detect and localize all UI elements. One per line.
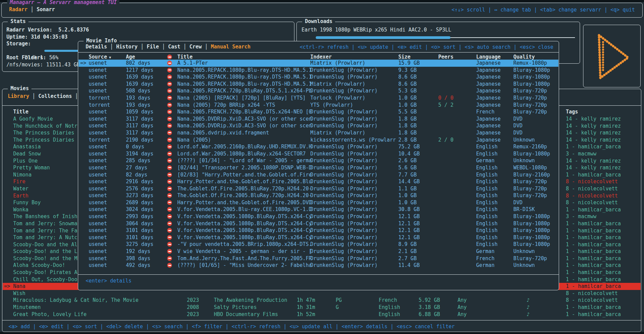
release-quality-cell: Bluray-720p (513, 108, 547, 116)
release-row[interactable]: usenet 398 days Tom.And.Jerry.The.Fast.A… (79, 255, 558, 262)
movie-title-cell: Water (13, 185, 28, 192)
release-source-cell: usenet (89, 241, 107, 248)
release-age-cell: 1639 days (126, 74, 153, 81)
movie-runtime-cell: 1h 52m (297, 311, 315, 318)
movie-title-cell: Nimona (13, 171, 31, 179)
tab-sonarr[interactable]: Sonarr (37, 6, 55, 13)
release-quality-cell: Bluray-2160p (513, 171, 550, 179)
release-quality-cell: Unknown (513, 248, 535, 255)
movie-tag-cell: 14 - kelly ramirez (566, 137, 621, 144)
release-row[interactable]: usenet 2576 days The.Goblet.Of.Fire.2005… (79, 185, 558, 192)
release-language-cell: English (476, 220, 497, 227)
tab-crew[interactable]: Crew (190, 44, 202, 50)
release-row[interactable]: usenet 802 days A 5.1-PTer Miatrix (Prow… (79, 60, 558, 67)
release-language-cell: English (476, 143, 497, 150)
release-row[interactable]: usenet 2689 days Harry.Potter.and.the.Go… (79, 199, 558, 206)
tab-radarr[interactable]: Radarr (9, 6, 27, 13)
release-row[interactable]: usenet 3117 days Nana.2005.DVDRip.XviD.A… (79, 116, 558, 123)
release-age-cell: 3117 days (126, 116, 153, 123)
movie-tag-cell: 14 - kelly ramirez (566, 116, 621, 123)
tab-cast[interactable]: Cast (168, 44, 180, 50)
release-source-cell: usenet (89, 143, 107, 150)
release-row[interactable]: usenet 3101 days V.for.Vendetta.2005.108… (79, 234, 558, 241)
release-quality-cell: Remux-2160p (513, 143, 547, 150)
tab-collections[interactable]: Collections (38, 93, 72, 99)
movie-runtime-cell: 1h 47m (297, 297, 315, 304)
rejected-icon (167, 214, 172, 219)
release-size-cell: 5.5 GB (398, 108, 417, 116)
release-indexer-cell: DrunkenSlug (Prowlarr) (310, 199, 378, 206)
tab-details[interactable]: Details (86, 44, 107, 50)
release-row[interactable]: torrent 2190 days Nana (2005) kickasstor… (79, 137, 558, 144)
tab-history[interactable]: History (116, 44, 137, 50)
release-row[interactable]: usenet 1059 days Nana.2005.FRENCH.720p.B… (79, 108, 558, 116)
release-row[interactable]: usenet 3275 days -"V pour vendetta.2005.… (79, 241, 558, 248)
movie-tag-cell: 1 - hamilcar_barca (566, 206, 621, 213)
release-language-cell: Japanese (476, 116, 501, 123)
movie-year-cell: 2008 (187, 304, 199, 311)
release-row[interactable]: usenet 3064 days V.for.Vendetta.2005.108… (79, 220, 558, 227)
tab-manual-search[interactable]: Manual Search (211, 44, 250, 50)
release-row[interactable]: usenet 1217 days Nana.2005.REPACK.1080p.… (79, 67, 558, 74)
release-row[interactable]: torrent 193 days Nana (2005) 720p BRRip … (79, 102, 558, 109)
release-language-cell: Japanese (476, 122, 501, 129)
release-row[interactable]: usenet 492 days (????) [01/65] - "Miss U… (79, 262, 558, 269)
release-size-cell: 2.6 GB (398, 157, 417, 164)
uptime-row: Uptime:31d 04:35:03 (6, 34, 289, 41)
release-list: usenet 802 days A 5.1-PTer Miatrix (Prow… (79, 60, 558, 269)
rejected-icon (167, 82, 172, 86)
release-title-cell: Lord.of.War.2005.2160p.BluRay.UHD.REMUX.… (177, 143, 312, 150)
tab-file[interactable]: File (147, 44, 159, 50)
release-indexer-cell: DrunkenSlug (Prowlarr) (310, 108, 378, 116)
modal-tabs-divider (78, 52, 559, 53)
release-age-cell: 3117 days (126, 129, 153, 137)
release-row[interactable]: usenet 3024 days V.for.Vendetta.2005.Blu… (79, 206, 558, 213)
modal-footer-divider (78, 274, 559, 275)
rejected-icon (167, 158, 172, 163)
release-quality-cell: Bluray-1080p (513, 220, 550, 227)
release-indexer-cell: kickasstorrents.ws (Prowlarr (310, 137, 396, 144)
movie-title-cell: Earth (13, 192, 28, 200)
movie-tag-cell: 8 - nicolecolvett (566, 185, 618, 192)
release-language-cell: English (476, 213, 497, 220)
rejected-icon (167, 61, 172, 65)
release-row[interactable]: usenet 3101 days V.for.Vendetta.2005.108… (79, 227, 558, 234)
release-row[interactable]: usenet 27 days [02/44] "Transporter 2.20… (79, 164, 558, 171)
release-row[interactable]: torrent 193 days Nana (2005) [REPACK] [7… (79, 95, 558, 102)
release-row[interactable]: usenet 0 days Lord.of.War.2005.2160p.Blu… (79, 143, 558, 150)
play-logo-icon (590, 30, 634, 81)
movie-size-cell: 5.92 GB (419, 297, 440, 304)
release-row[interactable]: usenet 3194 days Lord.of.War.2005.1080p.… (79, 150, 558, 158)
release-row[interactable]: usenet 2993 days V.for.Vendetta.2005.108… (79, 213, 558, 220)
movie-tag-cell: 1 - hamilcar_barca (566, 255, 621, 262)
release-title-cell: The.Goblet.Of.Fire.2005.BluRay.720p.H264… (177, 185, 312, 192)
release-indexer-cell: DrunkenSlug (Prowlarr) (310, 192, 378, 199)
movie-title-cell: The Banshees of Inish (13, 213, 77, 220)
release-row[interactable]: usenet 82 days [02/83] "Harry.Potter.and… (79, 171, 558, 179)
release-row[interactable]: usenet 2916 days Harry.Potter.and.the.Go… (79, 178, 558, 185)
release-row[interactable]: usenet 508 days Nana.2005.REPACK.720p.Bl… (79, 87, 558, 95)
release-title-cell: Harry.Potter.and.the.Goblet.of.Fire.2005… (177, 199, 312, 206)
release-row[interactable]: usenet 1639 days Nana.2005.REPACK.1080p.… (79, 74, 558, 81)
release-size-cell: 1.0 GB (398, 95, 417, 102)
release-indexer-cell: Torlock (Prowlarr) (310, 95, 365, 102)
release-title-cell: V.for.Vendetta.2005.1080p.BluRay.DTS.x26… (177, 220, 312, 227)
release-row[interactable]: usenet 285 days (????) [01/34] - "Lord o… (79, 157, 558, 164)
release-row[interactable]: usenet 3117 days Nana.2005.DVDRip.XviD.A… (79, 122, 558, 129)
movie-quality-cell: Any (458, 304, 467, 311)
movie-tag-cell: 14 - kelly ramirez (566, 158, 621, 165)
release-row[interactable]: usenet 3117 days nana.2005.dvdrip.xvid.f… (79, 129, 558, 137)
release-title-cell: nana.2005.dvdrip.xvid.fragment (177, 129, 269, 137)
release-quality-cell: Unknown (513, 157, 535, 164)
movie-tag-cell: 8 - nicolecolvett (566, 192, 618, 200)
tab-library[interactable]: Library (8, 93, 29, 99)
release-row[interactable]: usenet 192 days V wie Vendetta - 2005 - … (79, 248, 558, 255)
release-title-cell: Nana (2005) [REPACK] [720p] [BluRay] [YT… (177, 95, 306, 102)
release-source-cell: usenet (89, 87, 107, 95)
movie-tag-cell: 8 - nicolecolvett (566, 178, 618, 185)
release-row[interactable]: usenet 3273 days The.Goblet.Of.Fire.2005… (79, 192, 558, 199)
movie-title-cell: Pretty Woman (13, 164, 50, 171)
movie-tag-cell: 8 - nicolecolvett (566, 297, 618, 304)
release-row[interactable]: usenet 1639 days Nana.2005.REPACK.1080p.… (79, 81, 558, 88)
release-indexer-cell: DrunkenSlug (Prowlarr) (310, 122, 378, 129)
